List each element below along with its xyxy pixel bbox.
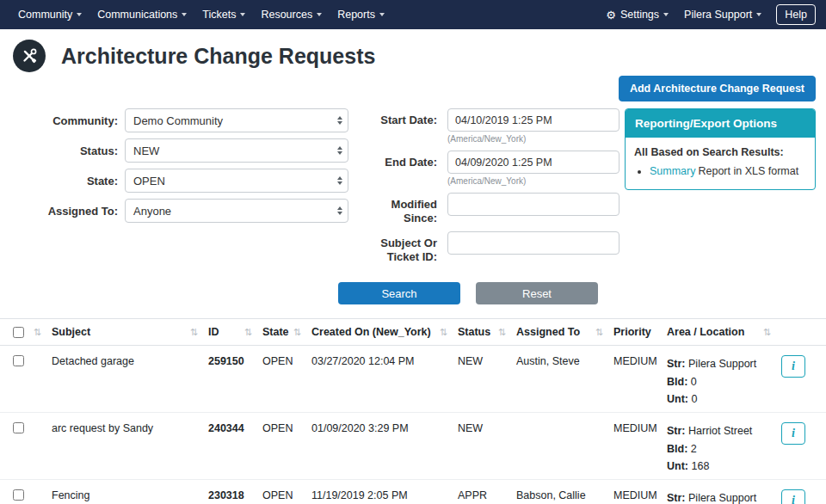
cell-id: 240344 xyxy=(208,422,262,434)
nav-communications-label: Communications xyxy=(97,9,177,21)
nav-reports-label: Reports xyxy=(337,9,375,21)
sort-icon[interactable]: ⇅ xyxy=(34,327,41,338)
state-select[interactable]: OPEN xyxy=(125,169,348,193)
info-button[interactable]: i xyxy=(781,422,805,445)
sort-icon[interactable]: ⇅ xyxy=(244,327,252,338)
nav-pilera-support[interactable]: Pilera Support xyxy=(676,9,769,21)
nav-tickets[interactable]: Tickets xyxy=(194,9,253,21)
subject-or-ticket-label: Subject Or Ticket ID: xyxy=(355,231,437,263)
subject-or-ticket-input[interactable] xyxy=(447,231,620,255)
sort-icon[interactable]: ⇅ xyxy=(190,327,198,338)
sort-icon[interactable]: ⇅ xyxy=(498,327,506,338)
cell-priority: MEDIUM xyxy=(613,422,667,434)
col-header-area-location[interactable]: Area / Location ⇅ xyxy=(667,326,781,338)
start-date-label: Start Date: xyxy=(355,108,437,127)
filter-column-middle: Start Date: (America/New_York) End Date:… xyxy=(355,108,622,270)
col-header-priority[interactable]: Priority xyxy=(613,326,667,338)
filter-column-left: Community: Demo Community Status: NEW St… xyxy=(13,108,348,229)
col-header-status[interactable]: Status ⇅ xyxy=(458,326,516,338)
info-button[interactable]: i xyxy=(781,489,805,504)
tools-icon xyxy=(13,40,46,72)
row-checkbox[interactable] xyxy=(13,355,24,366)
status-label: Status: xyxy=(13,144,125,157)
state-label: State: xyxy=(13,175,125,187)
cell-subject: Fencing xyxy=(52,489,208,501)
cell-status: APPR xyxy=(458,489,516,501)
caret-down-icon xyxy=(182,13,187,16)
sort-icon[interactable]: ⇅ xyxy=(293,327,301,338)
table-header-row: ⇅ Subject ⇅ ID ⇅ State ⇅ Created On (New… xyxy=(0,318,826,346)
community-select-value: Demo Community xyxy=(133,114,223,127)
status-select-value: NEW xyxy=(133,144,159,157)
col-header-id[interactable]: ID ⇅ xyxy=(208,326,262,338)
end-date-input[interactable] xyxy=(447,151,620,174)
results-table: ⇅ Subject ⇅ ID ⇅ State ⇅ Created On (New… xyxy=(0,318,826,504)
filter-assigned-to: Assigned To: Anyone xyxy=(13,199,348,223)
sort-icon[interactable]: ⇅ xyxy=(763,327,771,338)
summary-report-suffix: Report in XLS format xyxy=(698,165,798,177)
page-header: Architecture Change Requests xyxy=(0,29,826,74)
end-date-label: End Date: xyxy=(355,151,437,169)
help-button[interactable]: Help xyxy=(776,4,816,25)
modified-since-label: Modified Since: xyxy=(355,193,437,224)
nav-communications[interactable]: Communications xyxy=(89,9,194,21)
reporting-subtitle: All Based on Search Results: xyxy=(634,146,806,158)
filter-modified-since: Modified Since: xyxy=(355,193,622,224)
table-row: Fencing 230318 OPEN 11/19/2019 2:05 PM A… xyxy=(0,480,826,504)
col-header-select[interactable]: ⇅ xyxy=(13,327,52,338)
filter-community: Community: Demo Community xyxy=(13,108,348,132)
community-select[interactable]: Demo Community xyxy=(125,108,348,132)
nav-reports[interactable]: Reports xyxy=(330,9,392,21)
start-date-input[interactable] xyxy=(447,108,620,132)
table-row: Detached garage 259150 OPEN 03/27/2020 1… xyxy=(0,346,826,413)
col-header-created-on[interactable]: Created On (New_York) ⇅ xyxy=(311,326,458,338)
col-header-subject[interactable]: Subject ⇅ xyxy=(52,326,208,338)
nav-settings[interactable]: ⚙ Settings xyxy=(598,9,676,21)
reset-button[interactable]: Reset xyxy=(476,282,598,304)
state-select-value: OPEN xyxy=(133,175,165,187)
status-select[interactable]: NEW xyxy=(125,138,348,163)
select-arrows-icon xyxy=(337,176,342,185)
search-button[interactable]: Search xyxy=(338,282,460,304)
actions-row: Add Architecture Change Request xyxy=(0,74,826,101)
gear-icon: ⚙ xyxy=(606,9,616,21)
navbar-left: Community Communications Tickets Resourc… xyxy=(10,9,392,21)
modified-since-input[interactable] xyxy=(447,193,620,216)
navbar-right: ⚙ Settings Pilera Support Help xyxy=(598,4,816,25)
cell-created: 03/27/2020 12:04 PM xyxy=(311,355,458,367)
select-arrows-icon xyxy=(337,146,342,155)
col-header-state[interactable]: State ⇅ xyxy=(262,326,311,338)
nav-community-label: Community xyxy=(18,9,72,21)
nav-resources[interactable]: Resources xyxy=(253,9,330,21)
cell-assigned: Austin, Steve xyxy=(516,355,613,367)
cell-area-location: Str: Pilera Support Bld: 0 Unt: 0 xyxy=(667,355,781,409)
cell-subject: arc request by Sandy xyxy=(52,422,208,434)
col-header-assigned-to[interactable]: Assigned To ⇅ xyxy=(516,326,613,338)
filter-start-date: Start Date: (America/New_York) xyxy=(355,108,622,144)
row-checkbox[interactable] xyxy=(13,489,24,501)
filter-state: State: OPEN xyxy=(13,169,348,193)
nav-community[interactable]: Community xyxy=(10,9,89,21)
info-button[interactable]: i xyxy=(781,355,805,378)
reporting-summary-item: SummaryReport in XLS format xyxy=(650,165,806,177)
select-arrows-icon xyxy=(337,206,342,215)
assigned-to-select[interactable]: Anyone xyxy=(125,199,348,223)
filter-subject-ticket: Subject Or Ticket ID: xyxy=(355,231,622,263)
cell-priority: MEDIUM xyxy=(613,489,667,501)
summary-report-link[interactable]: Summary xyxy=(650,165,695,177)
row-checkbox[interactable] xyxy=(13,422,24,433)
table-row: arc request by Sandy 240344 OPEN 01/09/2… xyxy=(0,413,826,480)
reporting-panel-body: All Based on Search Results: SummaryRepo… xyxy=(626,138,815,189)
cell-area-location: Str: Pilera Support Bld: 0 xyxy=(667,489,781,504)
caret-down-icon xyxy=(756,13,761,16)
end-date-timezone-note: (America/New_York) xyxy=(447,176,622,186)
cell-state: OPEN xyxy=(262,355,311,367)
sort-icon[interactable]: ⇅ xyxy=(440,327,447,338)
sort-icon[interactable]: ⇅ xyxy=(595,327,603,338)
cell-state: OPEN xyxy=(262,489,311,501)
add-architecture-change-request-button[interactable]: Add Architecture Change Request xyxy=(619,76,816,101)
cell-assigned: Babson, Callie xyxy=(516,489,613,501)
reporting-panel-title: Reporting/Export Options xyxy=(626,109,815,138)
select-all-checkbox[interactable] xyxy=(13,327,24,338)
caret-down-icon xyxy=(379,13,385,16)
